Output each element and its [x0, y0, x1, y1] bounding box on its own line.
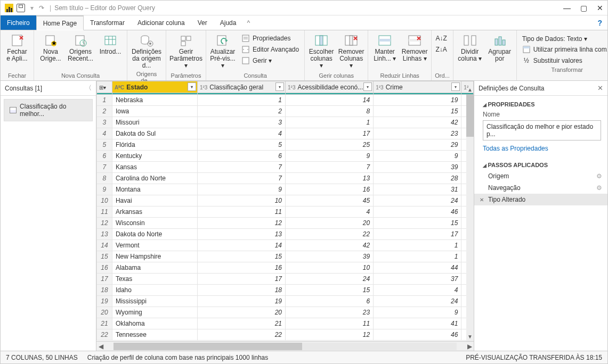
filter-icon[interactable]: ▾ [275, 82, 284, 91]
cell-acessibilidade[interactable]: 17 [286, 128, 374, 139]
cell-crime[interactable]: 44 [374, 262, 461, 274]
table-row[interactable]: 4 Dakota do Sul 4 17 23 [97, 128, 474, 139]
step-source[interactable]: Origem⚙ [474, 170, 607, 182]
cell-classificacao[interactable]: 10 [197, 195, 285, 206]
cell-crime[interactable]: 46 [374, 329, 461, 341]
vertical-scrollbar[interactable]: ▲ ▼ [466, 94, 474, 341]
cell-crime[interactable]: 29 [374, 139, 461, 151]
table-row[interactable]: 20 Wyoming 20 23 9 [97, 307, 474, 318]
cell-estado[interactable]: Tennessee [112, 329, 197, 341]
maximize-button[interactable]: ▢ [580, 4, 587, 12]
new-source-button[interactable]: ★Nova Orige... [37, 32, 64, 62]
advanced-editor-button[interactable]: Editor Avançado [239, 45, 301, 54]
scroll-right-icon[interactable]: ▶ [465, 343, 474, 350]
cell-estado[interactable]: Missouri [112, 117, 197, 128]
cell-classificacao[interactable]: 13 [197, 229, 285, 240]
cell-classificacao[interactable]: 9 [197, 184, 285, 195]
first-row-headers-button[interactable]: Utilizar primeira linha com... [520, 45, 608, 54]
cell-estado[interactable]: Oklahoma [112, 318, 197, 329]
cell-crime[interactable]: 41 [374, 318, 461, 329]
col-acessibilidade[interactable]: 1²3Acessibilidade econó...▾ [286, 81, 374, 93]
tab-file[interactable]: Ficheiro [1, 15, 36, 30]
cell-estado[interactable]: Vermont [112, 240, 197, 251]
keep-rows-button[interactable]: Manter Linh... ▾ [371, 32, 398, 62]
cell-classificacao[interactable]: 18 [197, 285, 285, 296]
cell-crime[interactable]: 42 [374, 117, 461, 128]
close-button[interactable]: ✕ [597, 4, 603, 12]
scroll-thumb[interactable] [466, 94, 474, 137]
cell-classificacao[interactable]: 4 [197, 128, 285, 139]
cell-crime[interactable]: 4 [374, 285, 461, 296]
cell-estado[interactable]: Texas [112, 274, 197, 285]
cell-crime[interactable]: 23 [374, 128, 461, 139]
cell-estado[interactable]: Dakota do Sul [112, 128, 197, 139]
cell-acessibilidade[interactable]: 24 [286, 274, 374, 285]
cell-crime[interactable]: 9 [374, 151, 461, 162]
cell-acessibilidade[interactable]: 7 [286, 162, 374, 173]
tab-help[interactable]: Ajuda [214, 15, 243, 30]
cell-crime[interactable]: 37 [374, 274, 461, 285]
manage-params-button[interactable]: GerirParâmetros ▾ [169, 32, 202, 70]
save-icon[interactable] [17, 4, 25, 12]
table-row[interactable]: 17 Texas 17 24 37 [97, 274, 474, 285]
redo-icon[interactable]: ↷ [39, 4, 44, 12]
table-row[interactable]: 5 Flórida 5 25 29 [97, 139, 474, 151]
table-row[interactable]: 8 Carolina do Norte 7 13 28 [97, 173, 474, 184]
cell-estado[interactable]: Montana [112, 184, 197, 195]
horizontal-scrollbar[interactable]: ◀ ▶ [96, 341, 474, 351]
cell-crime[interactable]: 31 [374, 184, 461, 195]
minimize-button[interactable]: — [563, 4, 571, 12]
cell-acessibilidade[interactable]: 9 [286, 151, 374, 162]
cell-estado[interactable]: Wisconsin [112, 218, 197, 229]
table-row[interactable]: 9 Montana 9 16 31 [97, 184, 474, 195]
cell-estado[interactable]: Iowa [112, 106, 197, 117]
table-row[interactable]: 21 Oklahoma 21 11 41 [97, 318, 474, 329]
cell-classificacao[interactable]: 17 [197, 274, 285, 285]
cell-crime[interactable]: 28 [374, 173, 461, 184]
table-row[interactable]: 10 Havai 10 45 24 [97, 195, 474, 206]
filter-icon[interactable]: ▾ [451, 82, 460, 91]
cell-acessibilidade[interactable]: 14 [286, 95, 374, 106]
col-estado[interactable]: AᴮCEstado▾ [112, 81, 197, 93]
gear-icon[interactable]: ⚙ [596, 172, 602, 180]
properties-button[interactable]: Propriedades [239, 34, 301, 43]
scroll-thumb[interactable] [114, 343, 302, 350]
cell-classificacao[interactable]: 5 [197, 139, 285, 151]
cell-estado[interactable]: Dakota do Norte [112, 229, 197, 240]
cell-acessibilidade[interactable]: 16 [286, 184, 374, 195]
cell-acessibilidade[interactable]: 4 [286, 206, 374, 218]
replace-values-button[interactable]: ½Substituir valores [520, 56, 608, 65]
tab-addcolumn[interactable]: Adicionar coluna [131, 15, 191, 30]
help-icon[interactable]: ? [592, 15, 607, 30]
cell-acessibilidade[interactable]: 25 [286, 139, 374, 151]
cell-estado[interactable]: Carolina do Norte [112, 173, 197, 184]
cell-crime[interactable]: 15 [374, 218, 461, 229]
cell-classificacao[interactable]: 12 [197, 218, 285, 229]
cell-classificacao[interactable]: 19 [197, 296, 285, 307]
cell-estado[interactable]: Havai [112, 195, 197, 206]
data-type-button[interactable]: Tipo de Dados: Texto ▾ [520, 35, 608, 43]
close-panel-icon[interactable]: ✕ [597, 84, 603, 92]
tab-home[interactable]: Home Page [36, 15, 84, 30]
cell-acessibilidade[interactable]: 8 [286, 106, 374, 117]
step-navigation[interactable]: Navegação⚙ [474, 182, 607, 194]
cell-classificacao[interactable]: 14 [197, 240, 285, 251]
cell-crime[interactable]: 46 [374, 206, 461, 218]
ribbon-collapse-icon[interactable]: ^ [242, 15, 254, 30]
sort-asc-button[interactable]: A↓Z [435, 34, 448, 43]
cell-estado[interactable]: Mississippi [112, 296, 197, 307]
cell-classificacao[interactable]: 20 [197, 307, 285, 318]
col-classificacao[interactable]: 1²3Classificação geral▾ [197, 81, 285, 93]
cell-classificacao[interactable]: 2 [197, 106, 285, 117]
remove-columns-button[interactable]: Remover Colunas ▾ [338, 32, 364, 70]
cell-acessibilidade[interactable]: 12 [286, 329, 374, 341]
cell-estado[interactable]: Arkansas [112, 206, 197, 218]
cell-acessibilidade[interactable]: 13 [286, 173, 374, 184]
cell-acessibilidade[interactable]: 1 [286, 117, 374, 128]
table-row[interactable]: 1 Nebraska 1 14 19 [97, 95, 474, 106]
cell-crime[interactable]: 39 [374, 162, 461, 173]
remove-rows-button[interactable]: Remover Linhas ▾ [401, 32, 428, 62]
choose-columns-button[interactable]: Escolher colunas ▾ [308, 32, 335, 70]
step-changed-type[interactable]: Tipo Alterado [474, 194, 607, 205]
cell-acessibilidade[interactable]: 6 [286, 296, 374, 307]
